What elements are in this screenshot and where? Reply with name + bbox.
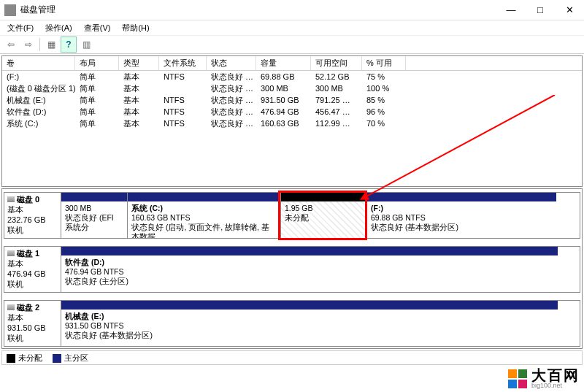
back-button[interactable]: ⇦ <box>3 36 19 53</box>
cell-layout: 简单 <box>75 118 119 129</box>
cell-pct: 75 % <box>362 72 406 81</box>
cell-free: 300 MB <box>311 84 362 93</box>
cell-type: 基本 <box>119 118 159 129</box>
volume-list: 卷 布局 类型 文件系统 状态 容量 可用空间 % 可用 (F:)简单基本NTF… <box>1 55 583 187</box>
disk-info[interactable]: 磁盘 2基本931.50 GB联机 <box>4 301 61 346</box>
cell-cap: 300 MB <box>256 84 311 93</box>
cell-type: 基本 <box>119 95 159 106</box>
help-button[interactable]: ? <box>61 36 77 53</box>
cell-cap: 931.50 GB <box>256 96 311 104</box>
close-button[interactable]: ✕ <box>555 0 584 20</box>
cell-layout: 简单 <box>75 72 119 82</box>
cell-free: 456.47 … <box>311 107 362 116</box>
legend: 未分配 主分区 <box>1 350 583 365</box>
cell-vol: (F:) <box>2 72 75 81</box>
partition-body: 1.95 GB未分配 <box>281 201 366 238</box>
volume-row[interactable]: 机械盘 (E:)简单基本NTFS状态良好 …931.50 GB791.25 …8… <box>2 94 582 106</box>
swatch-primary <box>53 354 61 363</box>
cell-type: 基本 <box>119 83 159 94</box>
menu-view[interactable]: 查看(V) <box>80 22 115 34</box>
legend-primary: 主分区 <box>53 353 88 364</box>
menu-file[interactable]: 文件(F) <box>3 22 38 34</box>
disk-partitions: 300 MB状态良好 (EFI 系统分系统 (C:)160.63 GB NTFS… <box>61 193 580 238</box>
partition-body: (F:)69.88 GB NTFS状态良好 (基本数据分区) <box>367 201 556 238</box>
menu-help[interactable]: 帮助(H) <box>118 22 153 34</box>
disk-info[interactable]: 磁盘 1基本476.94 GB联机 <box>4 247 61 292</box>
disk-partitions: 软件盘 (D:)476.94 GB NTFS状态良好 (主分区) <box>61 247 580 292</box>
cell-vol: 系统 (C:) <box>2 118 75 129</box>
cell-status: 状态良好 … <box>207 95 256 106</box>
cell-vol: 机械盘 (E:) <box>2 95 75 106</box>
cell-status: 状态良好 … <box>207 118 256 129</box>
cell-free: 112.99 … <box>311 119 362 128</box>
col-status[interactable]: 状态 <box>207 56 256 70</box>
partition-stripe <box>61 247 558 255</box>
partition[interactable]: 1.95 GB未分配 <box>280 193 366 238</box>
partition[interactable]: 软件盘 (D:)476.94 GB NTFS状态良好 (主分区) <box>61 247 558 292</box>
cell-layout: 简单 <box>75 107 119 118</box>
cell-pct: 96 % <box>362 107 406 116</box>
col-type[interactable]: 类型 <box>119 56 159 70</box>
col-capacity[interactable]: 容量 <box>256 56 311 70</box>
cell-status: 状态良好 … <box>207 72 256 82</box>
disk-map: 磁盘 0基本232.76 GB联机300 MB状态良好 (EFI 系统分系统 (… <box>1 188 583 349</box>
partition[interactable]: (F:)69.88 GB NTFS状态良好 (基本数据分区) <box>366 193 556 238</box>
partition-stripe <box>367 193 556 201</box>
toolbar-separator <box>39 38 40 51</box>
cell-status: 状态良好 … <box>207 107 256 118</box>
app-icon <box>4 4 16 16</box>
toolbar: ⇦ ⇨ ▦ ? ▥ <box>0 35 584 54</box>
settings-button[interactable]: ▥ <box>78 36 94 53</box>
partition[interactable]: 机械盘 (E:)931.50 GB NTFS状态良好 (基本数据分区) <box>61 301 558 346</box>
watermark: 大百网 big100.net <box>508 368 580 389</box>
col-layout[interactable]: 布局 <box>75 56 119 70</box>
col-pct[interactable]: % 可用 <box>362 56 406 70</box>
col-volume[interactable]: 卷 <box>2 56 75 70</box>
cell-fs: NTFS <box>159 107 207 116</box>
col-free[interactable]: 可用空间 <box>311 56 362 70</box>
partition[interactable]: 300 MB状态良好 (EFI 系统分 <box>61 193 127 238</box>
legend-unallocated: 未分配 <box>7 353 42 364</box>
disk-box: 磁盘 2基本931.50 GB联机机械盘 (E:)931.50 GB NTFS状… <box>4 300 580 347</box>
disk-info[interactable]: 磁盘 0基本232.76 GB联机 <box>4 193 61 238</box>
partition-body: 软件盘 (D:)476.94 GB NTFS状态良好 (主分区) <box>61 255 558 292</box>
cell-cap: 69.88 GB <box>256 72 311 81</box>
col-fs[interactable]: 文件系统 <box>159 56 207 70</box>
watermark-name: 大百网 <box>531 368 580 383</box>
minimize-button[interactable]: — <box>496 0 526 20</box>
watermark-url: big100.net <box>531 383 580 389</box>
partition-body: 系统 (C:)160.63 GB NTFS状态良好 (启动, 页面文件, 故障转… <box>128 201 280 238</box>
forward-button[interactable]: ⇨ <box>20 36 36 53</box>
volume-list-body: (F:)简单基本NTFS状态良好 …69.88 GB52.12 GB75 %(磁… <box>2 71 582 129</box>
partition-body: 机械盘 (E:)931.50 GB NTFS状态良好 (基本数据分区) <box>61 310 558 346</box>
volume-row[interactable]: 软件盘 (D:)简单基本NTFS状态良好 …476.94 GB456.47 …9… <box>2 106 582 118</box>
partition-stripe <box>281 193 366 201</box>
cell-free: 791.25 … <box>311 96 362 104</box>
partition[interactable]: 系统 (C:)160.63 GB NTFS状态良好 (启动, 页面文件, 故障转… <box>127 193 280 238</box>
volume-row[interactable]: (F:)简单基本NTFS状态良好 …69.88 GB52.12 GB75 % <box>2 71 582 82</box>
maximize-button[interactable]: □ <box>526 0 555 20</box>
swatch-unallocated <box>7 354 15 363</box>
cell-type: 基本 <box>119 72 159 82</box>
volume-row[interactable]: 系统 (C:)简单基本NTFS状态良好 …160.63 GB112.99 …70… <box>2 118 582 129</box>
partition-stripe <box>128 193 280 201</box>
volume-row[interactable]: (磁盘 0 磁盘分区 1)简单基本状态良好 …300 MB300 MB100 % <box>2 82 582 94</box>
cell-pct: 100 % <box>362 84 406 93</box>
cell-layout: 简单 <box>75 95 119 106</box>
window-title: 磁盘管理 <box>20 4 496 16</box>
watermark-logo <box>508 369 527 388</box>
cell-fs: NTFS <box>159 72 207 81</box>
cell-pct: 70 % <box>362 119 406 128</box>
partition-body: 300 MB状态良好 (EFI 系统分 <box>61 201 127 238</box>
menu-action[interactable]: 操作(A) <box>41 22 77 34</box>
refresh-button[interactable]: ▦ <box>43 36 59 53</box>
cell-cap: 160.63 GB <box>256 119 311 128</box>
cell-fs: NTFS <box>159 119 207 128</box>
partition-stripe <box>61 301 558 310</box>
menu-bar: 文件(F) 操作(A) 查看(V) 帮助(H) <box>0 20 584 35</box>
cell-fs: NTFS <box>159 96 207 104</box>
cell-vol: (磁盘 0 磁盘分区 1) <box>2 83 75 94</box>
title-bar: 磁盘管理 — □ ✕ <box>0 0 584 20</box>
cell-vol: 软件盘 (D:) <box>2 107 75 118</box>
partition-stripe <box>61 193 127 201</box>
